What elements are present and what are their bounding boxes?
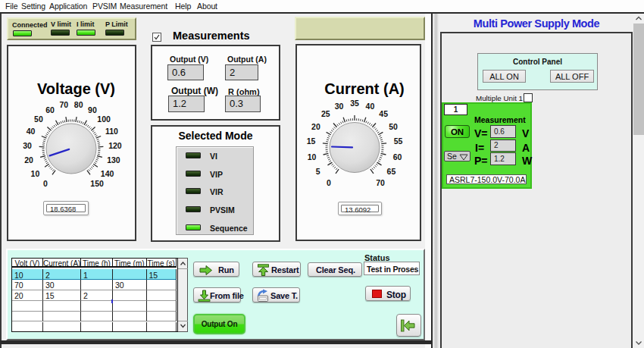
svg-text:5: 5 [316, 167, 320, 176]
svg-text:10: 10 [308, 152, 317, 161]
svg-text:15: 15 [307, 136, 316, 146]
svg-text:50: 50 [389, 122, 398, 131]
svg-text:110: 110 [105, 127, 118, 136]
svg-text:60: 60 [393, 152, 402, 161]
svg-text:0: 0 [43, 179, 48, 188]
svg-text:0: 0 [327, 178, 331, 187]
svg-text:20: 20 [311, 122, 320, 131]
svg-text:65: 65 [387, 167, 396, 176]
svg-text:80: 80 [74, 100, 83, 109]
svg-text:100: 100 [97, 114, 111, 124]
svg-text:130: 130 [107, 155, 120, 165]
svg-text:45: 45 [379, 109, 388, 118]
svg-text:50: 50 [34, 114, 43, 124]
svg-text:70: 70 [376, 178, 385, 187]
svg-text:70: 70 [59, 100, 68, 109]
svg-text:55: 55 [394, 136, 403, 146]
svg-text:40: 40 [366, 102, 375, 111]
svg-text:10: 10 [31, 169, 40, 178]
svg-text:140: 140 [101, 169, 114, 178]
svg-text:35: 35 [350, 99, 359, 108]
svg-text:90: 90 [88, 105, 97, 114]
svg-text:25: 25 [321, 109, 330, 118]
svg-text:150: 150 [90, 179, 104, 188]
svg-text:120: 120 [108, 141, 122, 150]
svg-text:20: 20 [24, 155, 33, 165]
svg-text:30: 30 [335, 102, 344, 111]
svg-text:60: 60 [45, 105, 55, 114]
svg-text:40: 40 [27, 127, 36, 136]
svg-text:30: 30 [23, 141, 32, 150]
